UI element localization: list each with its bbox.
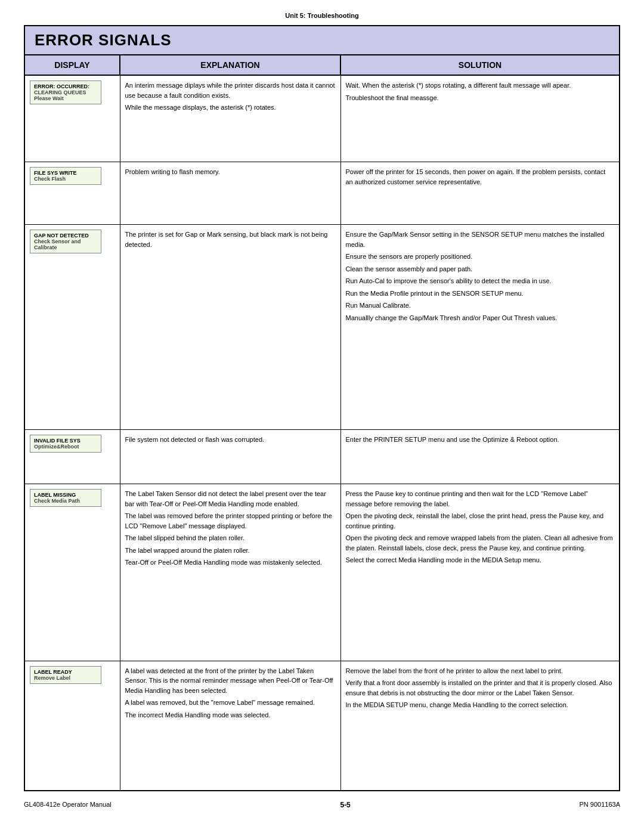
explanation-para: The Label Taken Sensor did not detect th… bbox=[125, 489, 336, 509]
display-line3-4: Check Media Path bbox=[34, 498, 97, 504]
display-box-5: LABEL READYRemove Label bbox=[30, 666, 101, 684]
display-cell-5: LABEL READYRemove Label bbox=[24, 661, 120, 791]
display-line1-0: ERROR: OCCURRED: bbox=[34, 83, 97, 89]
solution-para: Troubleshoot the final meassge. bbox=[346, 93, 615, 103]
display-cell-1: FILE SYS WRITECheck Flash bbox=[24, 162, 120, 225]
explanation-para: The label wrapped around the platen roll… bbox=[125, 546, 336, 556]
display-line1-4: LABEL MISSING bbox=[34, 492, 97, 498]
explanation-cell-2: The printer is set for Gap or Mark sensi… bbox=[120, 225, 340, 430]
solution-para: Select the correct Media Handling mode i… bbox=[346, 555, 615, 565]
solution-para: Manuallly change the Gap/Mark Thresh and… bbox=[346, 313, 615, 323]
table-row: LABEL MISSINGCheck Media PathThe Label T… bbox=[24, 484, 620, 661]
solution-cell-5: Remove the label from the front of he pr… bbox=[340, 661, 620, 791]
display-line1-5: LABEL READY bbox=[34, 669, 97, 675]
display-line3-0: Please Wait bbox=[34, 95, 97, 101]
display-line2-0: CLEARING QUEUES bbox=[34, 89, 97, 95]
solution-para: Verify that a front door assembly is ins… bbox=[346, 678, 615, 698]
solution-cell-3: Enter the PRINTER SETUP menu and use the… bbox=[340, 430, 620, 484]
display-line3-5: Remove Label bbox=[34, 675, 97, 681]
table-title: ERROR SIGNALS bbox=[35, 31, 609, 49]
solution-cell-1: Power off the printer for 15 seconds, th… bbox=[340, 162, 620, 225]
solution-para: Enter the PRINTER SETUP menu and use the… bbox=[346, 435, 615, 445]
col-header-display: DISPLAY bbox=[24, 55, 120, 75]
solution-para: Wait. When the asterisk (*) stops rotati… bbox=[346, 80, 615, 91]
header-title: Unit 5: Troubleshooting bbox=[285, 12, 358, 19]
explanation-cell-3: File system not detected or flash was co… bbox=[120, 430, 340, 484]
table-row: ERROR: OCCURRED:CLEARING QUEUESPlease Wa… bbox=[24, 75, 620, 162]
display-box-4: LABEL MISSINGCheck Media Path bbox=[30, 489, 101, 507]
header-row: DISPLAY EXPLANATION SOLUTION bbox=[24, 55, 620, 75]
display-line3-2: Check Sensor andCalibrate bbox=[34, 239, 97, 250]
explanation-cell-0: An interim message diplays while the pri… bbox=[120, 75, 340, 162]
table-row: INVALID FILE SYSOptimize&RebootFile syst… bbox=[24, 430, 620, 484]
display-line1-2: GAP NOT DETECTED bbox=[34, 233, 97, 239]
explanation-para: File system not detected or flash was co… bbox=[125, 435, 336, 445]
explanation-cell-5: A label was detected at the front of the… bbox=[120, 661, 340, 791]
display-box-2: GAP NOT DETECTEDCheck Sensor andCalibrat… bbox=[30, 230, 101, 253]
table-row: GAP NOT DETECTEDCheck Sensor andCalibrat… bbox=[24, 225, 620, 430]
title-row: ERROR SIGNALS bbox=[24, 26, 620, 55]
solution-para: Ensure the Gap/Mark Sensor setting in th… bbox=[346, 230, 615, 249]
footer-right: PN 9001163A bbox=[579, 801, 620, 809]
main-table: ERROR SIGNALS DISPLAY EXPLANATION SOLUTI… bbox=[24, 25, 620, 791]
explanation-para: The incorrect Media Handling mode was se… bbox=[125, 710, 336, 720]
solution-cell-0: Wait. When the asterisk (*) stops rotati… bbox=[340, 75, 620, 162]
solution-para: Power off the printer for 15 seconds, th… bbox=[346, 167, 615, 187]
solution-para: Open the pivoting deck, reinstall the la… bbox=[346, 511, 615, 531]
explanation-para: While the message displays, the asterisk… bbox=[125, 103, 336, 113]
display-cell-3: INVALID FILE SYSOptimize&Reboot bbox=[24, 430, 120, 484]
display-line3-3: Optimize&Reboot bbox=[34, 444, 97, 450]
footer-center: 5-5 bbox=[340, 801, 350, 809]
solution-para: Run the Media Profile printout in the SE… bbox=[346, 289, 615, 299]
table-row: FILE SYS WRITECheck FlashProblem writing… bbox=[24, 162, 620, 225]
explanation-para: A label was detected at the front of the… bbox=[125, 666, 336, 696]
explanation-para: Problem writing to flash memory. bbox=[125, 167, 336, 177]
display-cell-4: LABEL MISSINGCheck Media Path bbox=[24, 484, 120, 661]
table-row: LABEL READYRemove LabelA label was detec… bbox=[24, 661, 620, 791]
display-line1-1: FILE SYS WRITE bbox=[34, 170, 97, 176]
page-footer: GL408-412e Operator Manual 5-5 PN 900116… bbox=[24, 801, 620, 809]
solution-cell-2: Ensure the Gap/Mark Sensor setting in th… bbox=[340, 225, 620, 430]
explanation-para: Tear-Off or Peel-Off Media Handling mode… bbox=[125, 558, 336, 568]
page-header: Unit 5: Troubleshooting bbox=[24, 12, 620, 19]
col-header-solution: SOLUTION bbox=[340, 55, 620, 75]
display-box-3: INVALID FILE SYSOptimize&Reboot bbox=[30, 435, 101, 453]
display-line3-1: Check Flash bbox=[34, 176, 97, 182]
explanation-cell-1: Problem writing to flash memory. bbox=[120, 162, 340, 225]
solution-para: Clean the sensor assembly and paper path… bbox=[346, 264, 615, 274]
table-title-cell: ERROR SIGNALS bbox=[24, 26, 620, 55]
explanation-para: The label slipped behind the platen roll… bbox=[125, 533, 336, 543]
display-cell-2: GAP NOT DETECTEDCheck Sensor andCalibrat… bbox=[24, 225, 120, 430]
footer-left: GL408-412e Operator Manual bbox=[24, 801, 112, 809]
explanation-para: The printer is set for Gap or Mark sensi… bbox=[125, 230, 336, 249]
display-cell-0: ERROR: OCCURRED:CLEARING QUEUESPlease Wa… bbox=[24, 75, 120, 162]
solution-para: Remove the label from the front of he pr… bbox=[346, 666, 615, 676]
display-box-1: FILE SYS WRITECheck Flash bbox=[30, 167, 101, 185]
solution-para: Ensure the sensors are properly position… bbox=[346, 252, 615, 262]
solution-para: Run Auto-Cal to improve the sensor's abi… bbox=[346, 276, 615, 286]
page: Unit 5: Troubleshooting ERROR SIGNALS DI… bbox=[0, 0, 644, 833]
solution-para: Press the Pause key to continue printing… bbox=[346, 489, 615, 509]
explanation-para: A label was removed, but the "remove Lab… bbox=[125, 698, 336, 708]
solution-para: In the MEDIA SETUP menu, change Media Ha… bbox=[346, 700, 615, 710]
col-header-explanation: EXPLANATION bbox=[120, 55, 340, 75]
solution-para: Open the pivoting deck and remove wrappe… bbox=[346, 533, 615, 553]
explanation-cell-4: The Label Taken Sensor did not detect th… bbox=[120, 484, 340, 661]
explanation-para: The label was removed before the printer… bbox=[125, 511, 336, 531]
explanation-para: An interim message diplays while the pri… bbox=[125, 80, 336, 100]
display-box-0: ERROR: OCCURRED:CLEARING QUEUESPlease Wa… bbox=[30, 80, 101, 104]
display-line1-3: INVALID FILE SYS bbox=[34, 438, 97, 444]
solution-para: Run Manual Calibrate. bbox=[346, 301, 615, 311]
solution-cell-4: Press the Pause key to continue printing… bbox=[340, 484, 620, 661]
